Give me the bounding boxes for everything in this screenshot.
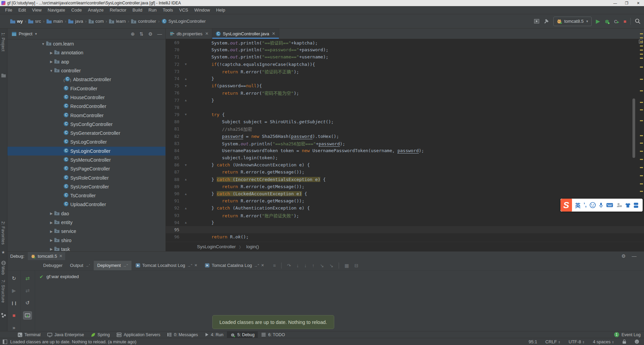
- debug-button[interactable]: [604, 19, 610, 24]
- fold-up-icon[interactable]: ▲: [181, 192, 190, 196]
- code-line-93[interactable]: 93return R.error("账户验证失败");: [166, 212, 644, 219]
- fold-down-icon[interactable]: ▼: [181, 113, 190, 116]
- lock-icon[interactable]: [622, 339, 626, 344]
- sogou-ime-bar[interactable]: S 英 ’, 14: [560, 199, 643, 212]
- bottom-bar-4:-run[interactable]: 4: Run: [201, 331, 227, 338]
- toolwindow-button-project[interactable]: 1: Project: [1, 33, 5, 52]
- encoding-widget[interactable]: UTF-8⇕: [569, 339, 585, 344]
- breadcrumb-item-wy[interactable]: wy: [10, 19, 23, 24]
- tree-item-HouseController[interactable]: CHouseController: [7, 93, 165, 102]
- tree-item-SysUserController[interactable]: CSysUserController: [7, 182, 165, 191]
- breadcrumb-item-SysLoginController[interactable]: CSysLoginController: [162, 19, 206, 24]
- menu-navigate[interactable]: Navigate: [44, 7, 68, 13]
- warning-stripe-mark[interactable]: [640, 37, 643, 38]
- breadcrumb-item-com[interactable]: com: [89, 19, 104, 24]
- favorites-star-icon[interactable]: ★: [1, 250, 5, 255]
- locate-file-icon[interactable]: ⊕: [131, 32, 135, 36]
- ime-emoji-icon[interactable]: [590, 202, 596, 208]
- hamburger-icon[interactable]: ≡: [273, 263, 276, 268]
- debug-tab-tomcat-localhost-log[interactable]: Tomcat Localhost Log→"✕: [132, 261, 201, 270]
- menu-analyze[interactable]: Analyze: [85, 7, 107, 13]
- bottom-bar-java-enterprise[interactable]: Java Enterprise: [44, 331, 87, 338]
- build-hammer-icon[interactable]: [543, 19, 549, 24]
- warning-stripe-mark[interactable]: [640, 58, 643, 59]
- close-icon[interactable]: ✕: [194, 263, 197, 268]
- refresh-icon[interactable]: ↺: [23, 299, 32, 307]
- toolwindow-toggle-icon[interactable]: [3, 340, 7, 344]
- warning-stripe-mark[interactable]: [640, 191, 643, 192]
- caret-position-widget[interactable]: 95:1: [529, 339, 537, 344]
- run-button[interactable]: ▶: [596, 19, 600, 24]
- chevron-right-icon[interactable]: ▶: [48, 221, 54, 224]
- close-icon[interactable]: ✕: [205, 31, 209, 36]
- breadcrumb-item-java[interactable]: java: [68, 19, 83, 24]
- tree-item-SysLoginController[interactable]: CSysLoginController: [7, 147, 165, 156]
- debug-tab-tomcat-catalina-log[interactable]: Tomcat Catalina Log→"✕: [201, 261, 268, 270]
- warning-stripe-mark[interactable]: [640, 67, 643, 68]
- code-line-87[interactable]: 87return R.error(e.getMessage());: [166, 168, 644, 176]
- breadcrumb-item-src[interactable]: src: [28, 19, 41, 24]
- hide-panel-icon[interactable]: —: [632, 254, 637, 258]
- step-over-icon[interactable]: ↷: [287, 263, 291, 268]
- step-into-icon[interactable]: ↓: [297, 263, 299, 268]
- tree-item-RoomController[interactable]: CRoomController: [7, 111, 165, 120]
- update-application-icon[interactable]: ⇄: [23, 275, 32, 282]
- tree-item-SysConfigController[interactable]: CSysConfigController: [7, 120, 165, 129]
- tree-item-AbstractController[interactable]: (C)AbstractController: [7, 75, 165, 84]
- chevron-right-icon[interactable]: ▶: [48, 238, 54, 242]
- code-line-83[interactable]: 83System.out.println("==sha256加密==="+pas…: [166, 140, 644, 147]
- more-icon[interactable]: »: [10, 324, 18, 331]
- debug-tab-output[interactable]: Output→': [67, 261, 93, 270]
- code-line-72[interactable]: 72▼if(!captcha.equalsIgnoreCase(kaptcha)…: [166, 61, 644, 68]
- coverage-button[interactable]: C: [614, 19, 620, 24]
- web-globe-icon[interactable]: [1, 261, 6, 266]
- warning-stripe-mark[interactable]: [640, 159, 643, 160]
- tree-item-RecordController[interactable]: CRecordController: [7, 102, 165, 111]
- tree-item-entity[interactable]: ▶entity: [7, 218, 165, 227]
- ime-keyboard-icon[interactable]: [606, 203, 613, 207]
- ime-microphone-icon[interactable]: [599, 202, 603, 208]
- tree-item-service[interactable]: ▶service: [7, 227, 165, 236]
- ime-language-mode[interactable]: 英: [575, 201, 580, 209]
- tree-item-controller[interactable]: ▼controller: [7, 66, 165, 75]
- bottom-bar-application-servers[interactable]: Application Servers: [113, 331, 164, 338]
- tree-item-SysPageController[interactable]: CSysPageController: [7, 164, 165, 173]
- mute-breakpoints-icon[interactable]: ⊟: [354, 263, 358, 268]
- breadcrumb-method[interactable]: login(): [246, 244, 259, 249]
- chevron-right-icon[interactable]: ▶: [48, 60, 54, 63]
- warning-stripe-mark[interactable]: [640, 135, 643, 136]
- breadcrumb-class[interactable]: SysLoginController: [197, 244, 236, 249]
- code-line-88[interactable]: 88▲} catch (IncorrectCredentialsExceptio…: [166, 176, 644, 183]
- code-line-79[interactable]: 79▼try {: [166, 111, 644, 118]
- editor-tab-db.properties[interactable]: db.properties✕: [166, 29, 212, 39]
- event-log-button[interactable]: 1 Event Log: [614, 332, 641, 337]
- status-message[interactable]: Loaded classes are up to date. Nothing t…: [10, 339, 136, 344]
- menu-help[interactable]: Help: [213, 7, 228, 13]
- code-line-90[interactable]: 90▲} catch (LockedAccountException e) {: [166, 190, 644, 197]
- ime-more-icon[interactable]: [634, 203, 638, 208]
- code-line-77[interactable]: 77▲}: [166, 97, 644, 104]
- fold-down-icon[interactable]: ▼: [181, 62, 190, 66]
- search-everywhere-icon[interactable]: [635, 18, 641, 24]
- menu-file[interactable]: File: [2, 7, 15, 13]
- close-icon[interactable]: ✕: [272, 31, 275, 36]
- code-line-86[interactable]: 86▼} catch (UnknownAccountException e) {: [166, 161, 644, 168]
- menu-vcs[interactable]: VCS: [176, 7, 191, 13]
- update-resources-button[interactable]: [23, 311, 32, 320]
- step-out-icon[interactable]: ↑: [312, 263, 315, 268]
- force-step-into-icon[interactable]: ↓: [304, 263, 307, 268]
- warning-stripe-mark[interactable]: [640, 175, 643, 176]
- menu-tools[interactable]: Tools: [160, 7, 176, 13]
- tree-item-annotation[interactable]: ▶annotation: [7, 48, 165, 57]
- close-button[interactable]: ✕: [632, 0, 644, 6]
- fold-up-icon[interactable]: ▲: [181, 178, 190, 181]
- code-line-74[interactable]: 74▲}: [166, 75, 644, 82]
- chevron-right-icon[interactable]: ▶: [48, 51, 54, 55]
- settings-gear-icon[interactable]: ⚙: [621, 254, 626, 258]
- debug-tab-debugger[interactable]: Debugger: [40, 261, 66, 270]
- bottom-bar-5:-debug[interactable]: 5: Debug: [227, 331, 258, 338]
- tree-item-aop[interactable]: ▶aop: [7, 57, 165, 66]
- warning-stripe-mark[interactable]: [640, 33, 643, 34]
- tree-item-shiro[interactable]: ▶shiro: [7, 236, 165, 245]
- tree-item-SysGeneratorController[interactable]: CSysGeneratorController: [7, 129, 165, 138]
